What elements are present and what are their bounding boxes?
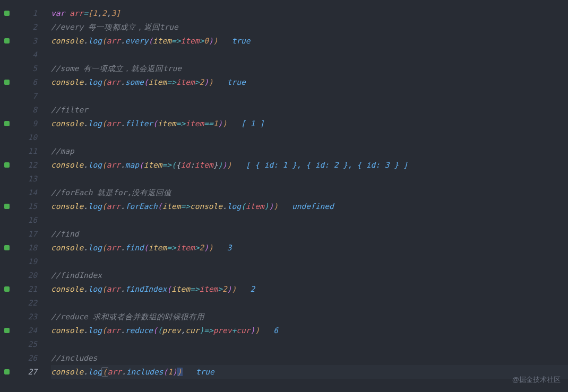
- code-token: .: [121, 119, 125, 128]
- breakpoint-marker[interactable]: [4, 52, 10, 57]
- code-line[interactable]: console.log(arr.map(item=>({id:item}))) …: [51, 158, 568, 172]
- code-token: item: [199, 285, 218, 293]
- breakpoint-marker[interactable]: [4, 300, 10, 306]
- breakpoint-marker[interactable]: [4, 369, 10, 374]
- breakpoint-marker[interactable]: [4, 11, 10, 16]
- code-token: ): [222, 119, 227, 128]
- code-line[interactable]: [51, 255, 568, 268]
- code-token: ): [273, 202, 278, 211]
- code-token: [: [88, 9, 93, 18]
- code-token: 6: [273, 326, 278, 335]
- gutter-row: 13: [0, 172, 41, 186]
- code-line[interactable]: console.log(arr.find(item=>item>2)) 3: [51, 241, 568, 255]
- breakpoint-marker[interactable]: [4, 204, 10, 209]
- gutter-row: 16: [0, 213, 41, 227]
- editor-code-area[interactable]: var arr=[1,2,3]//every 每一项都成立，返回truecons…: [41, 6, 568, 379]
- breakpoint-marker[interactable]: [4, 121, 10, 126]
- code-token: ,: [97, 9, 102, 18]
- breakpoint-marker[interactable]: [4, 149, 10, 154]
- code-line[interactable]: console.log(arr.reduce((prev,cur)=>prev+…: [51, 324, 568, 337]
- code-token: console: [51, 326, 83, 335]
- breakpoint-marker[interactable]: [4, 24, 10, 30]
- breakpoint-marker[interactable]: [4, 245, 10, 250]
- code-line[interactable]: //forEach 就是for,没有返回值: [51, 186, 568, 199]
- breakpoint-marker[interactable]: [4, 66, 10, 71]
- breakpoint-marker[interactable]: [4, 286, 10, 292]
- code-token: [213, 243, 227, 252]
- gutter-row: 6: [0, 75, 41, 89]
- code-line[interactable]: console.log(arr.forEach(item=>console.lo…: [51, 199, 568, 213]
- breakpoint-marker[interactable]: [4, 273, 10, 278]
- code-token: arr: [107, 243, 121, 252]
- code-token: [236, 285, 250, 293]
- code-token: [213, 78, 227, 86]
- breakpoint-marker[interactable]: [4, 328, 10, 333]
- line-number: 8: [10, 103, 41, 117]
- code-token: =>: [190, 285, 199, 293]
- breakpoint-marker[interactable]: [4, 217, 10, 223]
- code-token: =>: [176, 119, 185, 128]
- code-line[interactable]: [51, 296, 568, 310]
- code-line[interactable]: //reduce 求和或者合并数组的时候很有用: [51, 310, 568, 324]
- code-token: .: [83, 368, 88, 376]
- code-line[interactable]: //findIndex: [51, 268, 568, 282]
- code-token: .: [83, 243, 88, 252]
- code-token: .: [83, 119, 88, 128]
- breakpoint-marker[interactable]: [4, 135, 10, 140]
- line-number: 6: [10, 75, 41, 89]
- code-token: (: [102, 78, 107, 86]
- gutter-row: 24: [0, 324, 41, 337]
- line-number: 3: [10, 34, 41, 48]
- breakpoint-marker[interactable]: [4, 107, 10, 112]
- breakpoint-marker[interactable]: [4, 176, 10, 181]
- breakpoint-marker[interactable]: [4, 38, 10, 43]
- comment-text: //every 每一项都成立，返回true: [51, 23, 178, 31]
- code-line[interactable]: [51, 89, 568, 103]
- code-token: arr: [107, 37, 121, 45]
- code-editor[interactable]: 1234567891011121314151617181920212223242…: [0, 0, 568, 379]
- breakpoint-marker[interactable]: [4, 355, 10, 361]
- gutter-row: 14: [0, 186, 41, 199]
- code-line[interactable]: //find: [51, 227, 568, 241]
- code-line[interactable]: [51, 130, 568, 144]
- breakpoint-marker[interactable]: [4, 93, 10, 99]
- code-line[interactable]: [51, 213, 568, 227]
- breakpoint-marker[interactable]: [4, 80, 10, 85]
- code-line[interactable]: console.log(arr.filter(item=>item==1)) […: [51, 117, 568, 130]
- code-line[interactable]: console.log(arr.some(item=>item>2)) true: [51, 75, 568, 89]
- line-number: 20: [10, 268, 41, 282]
- code-line[interactable]: //map: [51, 144, 568, 158]
- breakpoint-marker[interactable]: [4, 162, 10, 168]
- gutter-row: 4: [0, 48, 41, 62]
- code-token: .: [83, 326, 88, 335]
- code-token: item: [195, 161, 213, 169]
- code-line[interactable]: var arr=[1,2,3]: [51, 6, 568, 20]
- code-line[interactable]: //some 有一项成立，就会返回true: [51, 62, 568, 75]
- breakpoint-marker[interactable]: [4, 314, 10, 319]
- code-line[interactable]: [51, 48, 568, 62]
- breakpoint-marker[interactable]: [4, 231, 10, 237]
- code-line[interactable]: console.log(arr.findIndex(item=>item>2))…: [51, 282, 568, 296]
- code-token: arr: [107, 202, 121, 211]
- code-token: ): [209, 78, 213, 86]
- code-token: ): [218, 161, 222, 169]
- code-token: prev: [213, 326, 232, 335]
- code-token: ): [255, 326, 260, 335]
- code-line[interactable]: console.log(arr.every(item=>item>0)) tru…: [51, 34, 568, 48]
- code-token: (: [158, 202, 162, 211]
- code-token: .: [121, 285, 125, 293]
- line-number: 21: [10, 282, 41, 296]
- code-line[interactable]: console.log(arr.includes(1)) true: [51, 365, 568, 379]
- code-line[interactable]: //filter: [51, 103, 568, 117]
- breakpoint-marker[interactable]: [4, 259, 10, 264]
- breakpoint-marker[interactable]: [4, 190, 10, 195]
- code-token: (: [102, 202, 107, 211]
- breakpoint-marker[interactable]: [4, 342, 10, 347]
- code-token: [218, 37, 231, 45]
- line-number: 9: [10, 117, 41, 130]
- code-line[interactable]: [51, 172, 568, 186]
- code-line[interactable]: //every 每一项都成立，返回true: [51, 20, 568, 34]
- code-line[interactable]: //includes: [51, 351, 568, 365]
- code-token: item: [144, 161, 162, 169]
- code-line[interactable]: [51, 337, 568, 351]
